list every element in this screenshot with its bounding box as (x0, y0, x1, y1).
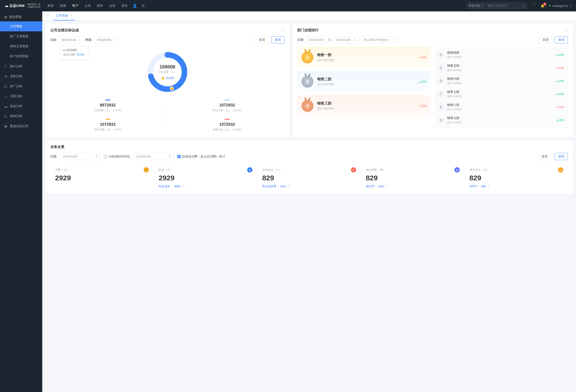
card-rank-title: 部门业绩排行 (297, 28, 319, 32)
nav-enroll[interactable]: 报名 (121, 3, 128, 8)
sidebar-item-channel[interactable]: ᚄ渠道分析 (0, 101, 42, 111)
search-type-select[interactable]: 手机号码 (469, 4, 485, 8)
header-mid-icons: 👤 ✆ (133, 3, 144, 8)
search-input[interactable] (488, 4, 523, 7)
doc-icon: ▤ (455, 167, 460, 173)
reset-button[interactable]: 重置 (538, 153, 551, 160)
sidebar-item-company[interactable]: 公司看板 (0, 21, 42, 31)
goal-metrics: 8972932已完成量（元）| 70.9% 1072932未完成量（元）| 20… (50, 98, 285, 133)
sidebar-item-visitor[interactable]: ☺访客分析 (0, 91, 42, 101)
sidebar-item-promo[interactable]: ☑推广分析 (0, 81, 42, 91)
list-item: 7销售七部流水 ¥19020▴ 10% (434, 88, 568, 100)
dashboard-icon: ▥ (4, 15, 7, 19)
query-button[interactable]: 查询 (555, 153, 568, 160)
metric-over: 1072932超额完成（元）| 89.9% (170, 117, 285, 133)
sidebar-item-flow[interactable]: ▣数据流转记录 (0, 121, 42, 131)
metric-done: 8972932已完成量（元）| 70.9% (50, 98, 165, 114)
visitor-icon: ☺ (4, 94, 8, 98)
header-right: 📱 🔔5 manager11 ▾ (532, 4, 571, 8)
logo-brand: ☁云朵CRM (5, 3, 25, 8)
card-rank: 部门业绩排行 ⛶ 日期 2018/01/08 至 2018/01/08🗓 按工单… (292, 24, 573, 137)
person-icon[interactable]: 👤 (133, 3, 137, 8)
sidebar-group-dashboards[interactable]: ▥数据看板 ˄ (0, 12, 42, 21)
kpi-spend: 消费（元）💰2929 (50, 166, 154, 189)
mobile-icon[interactable]: 📱 (532, 4, 536, 8)
calendar-icon: 🗓 (353, 38, 356, 42)
date-sep: 至 (328, 38, 331, 42)
date-from[interactable]: 2018/01/08 (306, 36, 326, 43)
user-menu[interactable]: manager11 ▾ (549, 4, 571, 8)
tab-company-board[interactable]: 公司看板✕ (53, 11, 75, 20)
gauge-badge: 👍已达成 (161, 76, 174, 80)
reset-button[interactable]: 重置 (539, 36, 552, 43)
sidebar-item-cost[interactable]: ◔成本分析 (0, 71, 42, 81)
select-stat[interactable]: 按工单客户经理统计 (361, 36, 397, 43)
query-button[interactable]: 查询 (271, 36, 285, 43)
sidebar-item-acct-mgr[interactable]: 客户经理看板 (0, 51, 42, 61)
chevron-up-icon: ˄ (37, 15, 38, 19)
date-2[interactable]: 2018/01/08🗓 (134, 153, 174, 160)
sidebar-item-promo-mgr[interactable]: 推广主管看板 (0, 31, 42, 41)
help-icon[interactable]: ⓘ (487, 184, 490, 188)
card-panorama: 业务全景 日期 2018/01/08🗓 与其他时间对比 2018/01/08🗓 … (46, 140, 573, 194)
card-icon: ▭ (558, 167, 563, 173)
expand-icon[interactable]: ⛶ (565, 29, 568, 32)
shield-icon: ✔ (351, 167, 356, 173)
logo[interactable]: ☁云朵CRM 教育机构一站式服务云平台 (5, 3, 40, 8)
kpi-row: 消费（元）💰2929 机会（个）➤2929机会成本：¥948ⓘ 有效机会（个）✔… (50, 166, 568, 189)
rank-list: 4销售四部流水 ¥19020▴ 10% 5销售五部流水 ¥19020▾ 12% … (434, 47, 568, 128)
date-1[interactable]: 2018/01/08🗓 (60, 153, 101, 160)
rank-top3: 1 销售一部流水 ¥10,900 ▾ 12% 2 销售二部流水 ¥10,900 … (297, 47, 431, 128)
sidebar: ▥数据看板 ˄ 公司看板 推广主管看板 销售主管看板 客户经理看板 ▽漏斗分析 … (0, 11, 42, 392)
nav-leads[interactable]: 线索 (60, 3, 66, 8)
reset-button[interactable]: 重置 (256, 36, 269, 43)
label-target: 目标 (50, 38, 57, 42)
kpi-deals: 成交单数（单）▤829成交率：80%ⓘ (361, 166, 464, 189)
phone-icon[interactable]: ✆ (142, 3, 144, 8)
close-icon[interactable]: ✕ (70, 14, 72, 17)
list-item: 6销售六部流水 ¥19020▴ 10% (434, 74, 568, 88)
kpi-revenue: 成交流水（元）▭829ARPU：¥80ⓘ (464, 166, 568, 189)
trend-down-icon: ▾ 12% (419, 104, 427, 108)
medal-gold-icon: 1 (302, 52, 314, 63)
gauge-chart: 100000 目标总量（元） 👍已达成 (146, 51, 189, 93)
select-target[interactable]: 请选择目标 (59, 36, 83, 43)
kpi-opps: 机会（个）➤2929机会成本：¥948ⓘ (154, 166, 257, 189)
checkbox-compare[interactable]: 与其他时间对比 (104, 154, 130, 159)
channel-icon: ᚄ (4, 105, 8, 108)
nav-finance[interactable]: 财务 (97, 3, 103, 8)
cost-icon: ◔ (4, 75, 8, 78)
gauge-value: 100000 (160, 64, 175, 70)
card-goal: 公司业绩目标达成 ⛶ 目标 请选择目标 周期 请选择周期 重置 查询 10729… (46, 24, 289, 137)
checkbox-cash[interactable]: 按现金消费（返点后消费）统计 (177, 154, 225, 159)
username: manager11 (552, 4, 568, 8)
help-icon[interactable]: ⓘ (182, 184, 184, 188)
list-item: 4销售四部流水 ¥19020▴ 10% (434, 48, 568, 61)
app-header: ☁云朵CRM 教育机构一站式服务云平台 数据 线索 客户 公海 财务 运营 报名… (0, 0, 576, 11)
search-icon[interactable]: ⌕ (523, 4, 525, 8)
tab-menu-icon[interactable]: ☰ (45, 14, 51, 18)
select-period[interactable]: 请选择周期 (94, 36, 118, 43)
nav-ops[interactable]: 运营 (109, 3, 115, 8)
kpi-valid: 有效机会（个）✔829机会有效率：80%ⓘ (257, 166, 361, 189)
query-button[interactable]: 查询 (555, 36, 568, 43)
date-to[interactable]: 2018/01/08🗓 (334, 36, 359, 43)
sidebar-item-sales[interactable]: ◎销售分析 (0, 111, 42, 121)
help-icon[interactable]: ⓘ (385, 184, 388, 188)
chevron-down-icon: ▾ (570, 4, 571, 7)
expand-icon[interactable]: ⛶ (281, 29, 285, 32)
tab-bar: ☰ 公司看板✕ (42, 11, 576, 20)
nav-pool[interactable]: 公海 (85, 3, 91, 8)
bell-icon[interactable]: 🔔5 (541, 4, 545, 8)
nav-data[interactable]: 数据 (48, 3, 54, 8)
rank-row-2: 2 销售二部流水 ¥10,900 ▴ 10% (297, 71, 431, 92)
metric-undone: 1072932未完成量（元）| 20.9% (170, 98, 285, 114)
sales-icon: ◎ (4, 115, 8, 118)
nav-customers[interactable]: 客户 (72, 3, 78, 8)
help-icon[interactable]: ⓘ (287, 184, 290, 188)
sidebar-item-funnel[interactable]: ▽漏斗分析 (0, 61, 42, 71)
calendar-icon: 🗓 (95, 155, 98, 158)
sidebar-item-sales-mgr[interactable]: 销售主管看板 (0, 41, 42, 51)
medal-bronze-icon: 3 (302, 100, 314, 112)
main: ☰ 公司看板✕ 公司业绩目标达成 ⛶ 目标 请选择目标 周期 请选择周期 重置 … (42, 11, 576, 392)
